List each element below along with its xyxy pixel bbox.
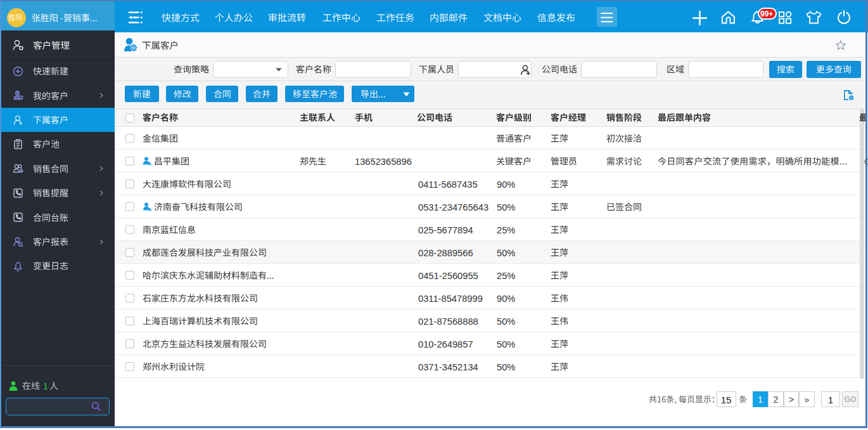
- svg-text:99+: 99+: [760, 10, 773, 18]
